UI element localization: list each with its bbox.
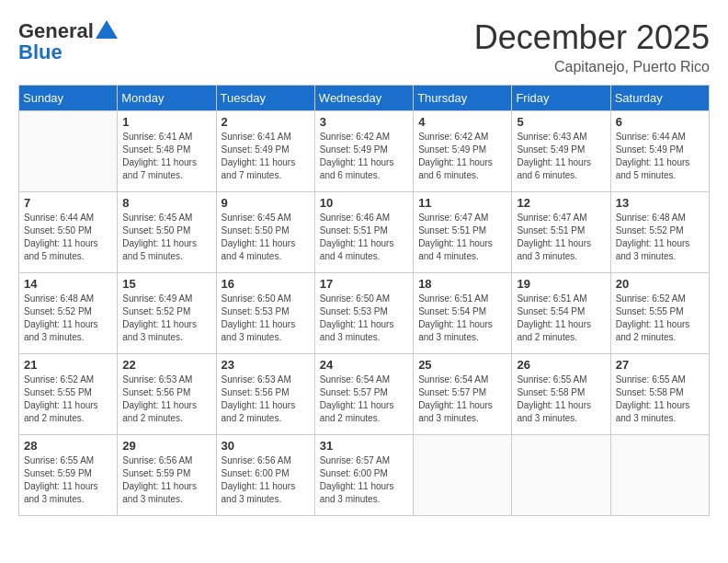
day-info: Sunrise: 6:47 AMSunset: 5:51 PMDaylight:…: [517, 212, 605, 263]
calendar-cell: 7Sunrise: 6:44 AMSunset: 5:50 PMDaylight…: [19, 192, 118, 273]
day-number: 30: [222, 439, 310, 453]
calendar-cell: 25Sunrise: 6:54 AMSunset: 5:57 PMDayligh…: [414, 354, 512, 435]
calendar-cell: 4Sunrise: 6:42 AMSunset: 5:49 PMDaylight…: [414, 111, 512, 192]
weekday-header-wednesday: Wednesday: [314, 86, 413, 111]
calendar-cell: [414, 435, 512, 516]
day-info: Sunrise: 6:42 AMSunset: 5:49 PMDaylight:…: [320, 131, 408, 182]
day-number: 11: [418, 196, 506, 210]
calendar-cell: 17Sunrise: 6:50 AMSunset: 5:53 PMDayligh…: [314, 273, 413, 354]
day-number: 21: [24, 358, 112, 372]
calendar-cell: 5Sunrise: 6:43 AMSunset: 5:49 PMDaylight…: [512, 111, 610, 192]
day-info: Sunrise: 6:56 AMSunset: 5:59 PMDaylight:…: [122, 454, 210, 506]
calendar-cell: 23Sunrise: 6:53 AMSunset: 5:56 PMDayligh…: [216, 354, 314, 435]
calendar-cell: 10Sunrise: 6:46 AMSunset: 5:51 PMDayligh…: [314, 192, 413, 273]
day-info: Sunrise: 6:42 AMSunset: 5:49 PMDaylight:…: [418, 131, 506, 182]
day-info: Sunrise: 6:41 AMSunset: 5:49 PMDaylight:…: [222, 131, 310, 182]
day-info: Sunrise: 6:45 AMSunset: 5:50 PMDaylight:…: [122, 212, 210, 263]
calendar-week-1: 1Sunrise: 6:41 AMSunset: 5:48 PMDaylight…: [19, 111, 710, 192]
day-info: Sunrise: 6:55 AMSunset: 5:59 PMDaylight:…: [24, 454, 112, 506]
day-number: 24: [320, 358, 408, 372]
calendar-cell: 3Sunrise: 6:42 AMSunset: 5:49 PMDaylight…: [314, 111, 413, 192]
weekday-header-monday: Monday: [118, 86, 216, 111]
calendar-cell: 9Sunrise: 6:45 AMSunset: 5:50 PMDaylight…: [216, 192, 314, 273]
calendar-cell: [19, 111, 118, 192]
month-title: December 2025: [474, 18, 710, 57]
day-info: Sunrise: 6:44 AMSunset: 5:49 PMDaylight:…: [616, 131, 704, 182]
weekday-header-thursday: Thursday: [414, 86, 512, 111]
day-number: 2: [222, 115, 310, 129]
day-info: Sunrise: 6:57 AMSunset: 6:00 PMDaylight:…: [320, 454, 408, 506]
day-number: 28: [24, 439, 112, 453]
day-info: Sunrise: 6:47 AMSunset: 5:51 PMDaylight:…: [418, 212, 506, 263]
day-info: Sunrise: 6:51 AMSunset: 5:54 PMDaylight:…: [418, 293, 506, 344]
calendar-header-row: SundayMondayTuesdayWednesdayThursdayFrid…: [19, 86, 710, 111]
calendar-cell: 29Sunrise: 6:56 AMSunset: 5:59 PMDayligh…: [118, 435, 216, 516]
calendar-cell: 11Sunrise: 6:47 AMSunset: 5:51 PMDayligh…: [414, 192, 512, 273]
calendar-week-3: 14Sunrise: 6:48 AMSunset: 5:52 PMDayligh…: [19, 273, 710, 354]
day-info: Sunrise: 6:55 AMSunset: 5:58 PMDaylight:…: [517, 373, 605, 425]
calendar-cell: 18Sunrise: 6:51 AMSunset: 5:54 PMDayligh…: [414, 273, 512, 354]
day-number: 5: [517, 115, 605, 129]
calendar-cell: 30Sunrise: 6:56 AMSunset: 6:00 PMDayligh…: [216, 435, 314, 516]
day-number: 19: [517, 277, 605, 291]
day-number: 16: [222, 277, 310, 291]
page-header: General Blue December 2025 Capitanejo, P…: [18, 18, 710, 75]
day-info: Sunrise: 6:43 AMSunset: 5:49 PMDaylight:…: [517, 131, 605, 182]
day-number: 10: [320, 196, 408, 210]
weekday-header-saturday: Saturday: [610, 86, 709, 111]
calendar-table: SundayMondayTuesdayWednesdayThursdayFrid…: [18, 85, 710, 516]
day-number: 15: [122, 277, 210, 291]
day-number: 17: [320, 277, 408, 291]
logo-text-blue: Blue: [18, 40, 119, 64]
calendar-week-2: 7Sunrise: 6:44 AMSunset: 5:50 PMDaylight…: [19, 192, 710, 273]
day-number: 31: [320, 439, 408, 453]
calendar-cell: 1Sunrise: 6:41 AMSunset: 5:48 PMDaylight…: [118, 111, 216, 192]
day-number: 25: [418, 358, 506, 372]
day-number: 13: [616, 196, 704, 210]
calendar-cell: 8Sunrise: 6:45 AMSunset: 5:50 PMDaylight…: [118, 192, 216, 273]
day-info: Sunrise: 6:48 AMSunset: 5:52 PMDaylight:…: [616, 212, 704, 263]
day-info: Sunrise: 6:45 AMSunset: 5:50 PMDaylight:…: [222, 212, 310, 263]
logo: General Blue: [18, 18, 119, 64]
calendar-cell: 26Sunrise: 6:55 AMSunset: 5:58 PMDayligh…: [512, 354, 610, 435]
day-number: 18: [418, 277, 506, 291]
day-info: Sunrise: 6:55 AMSunset: 5:58 PMDaylight:…: [616, 373, 704, 425]
day-info: Sunrise: 6:49 AMSunset: 5:52 PMDaylight:…: [122, 293, 210, 344]
day-info: Sunrise: 6:46 AMSunset: 5:51 PMDaylight:…: [320, 212, 408, 263]
calendar-week-5: 28Sunrise: 6:55 AMSunset: 5:59 PMDayligh…: [19, 435, 710, 516]
day-number: 22: [122, 358, 210, 372]
calendar-cell: [610, 435, 709, 516]
calendar-cell: 27Sunrise: 6:55 AMSunset: 5:58 PMDayligh…: [610, 354, 709, 435]
day-number: 12: [517, 196, 605, 210]
day-info: Sunrise: 6:50 AMSunset: 5:53 PMDaylight:…: [222, 293, 310, 344]
day-number: 23: [222, 358, 310, 372]
day-info: Sunrise: 6:44 AMSunset: 5:50 PMDaylight:…: [24, 212, 112, 263]
logo-text-general: General: [18, 19, 94, 42]
svg-marker-0: [96, 20, 118, 39]
day-info: Sunrise: 6:54 AMSunset: 5:57 PMDaylight:…: [320, 373, 408, 425]
calendar-cell: 12Sunrise: 6:47 AMSunset: 5:51 PMDayligh…: [512, 192, 610, 273]
day-info: Sunrise: 6:52 AMSunset: 5:55 PMDaylight:…: [616, 293, 704, 344]
day-info: Sunrise: 6:53 AMSunset: 5:56 PMDaylight:…: [222, 373, 310, 425]
calendar-cell: 6Sunrise: 6:44 AMSunset: 5:49 PMDaylight…: [610, 111, 709, 192]
weekday-header-sunday: Sunday: [19, 86, 118, 111]
day-number: 14: [24, 277, 112, 291]
calendar-cell: 16Sunrise: 6:50 AMSunset: 5:53 PMDayligh…: [216, 273, 314, 354]
day-number: 9: [222, 196, 310, 210]
day-number: 7: [24, 196, 112, 210]
calendar-cell: 13Sunrise: 6:48 AMSunset: 5:52 PMDayligh…: [610, 192, 709, 273]
day-info: Sunrise: 6:54 AMSunset: 5:57 PMDaylight:…: [418, 373, 506, 425]
day-info: Sunrise: 6:52 AMSunset: 5:55 PMDaylight:…: [24, 373, 112, 425]
day-number: 26: [517, 358, 605, 372]
calendar-cell: 14Sunrise: 6:48 AMSunset: 5:52 PMDayligh…: [19, 273, 118, 354]
calendar-cell: 22Sunrise: 6:53 AMSunset: 5:56 PMDayligh…: [118, 354, 216, 435]
day-number: 1: [122, 115, 210, 129]
day-info: Sunrise: 6:51 AMSunset: 5:54 PMDaylight:…: [517, 293, 605, 344]
calendar-cell: 2Sunrise: 6:41 AMSunset: 5:49 PMDaylight…: [216, 111, 314, 192]
day-info: Sunrise: 6:50 AMSunset: 5:53 PMDaylight:…: [320, 293, 408, 344]
calendar-cell: [512, 435, 610, 516]
weekday-header-tuesday: Tuesday: [216, 86, 314, 111]
calendar-cell: 28Sunrise: 6:55 AMSunset: 5:59 PMDayligh…: [19, 435, 118, 516]
day-number: 20: [616, 277, 704, 291]
calendar-cell: 20Sunrise: 6:52 AMSunset: 5:55 PMDayligh…: [610, 273, 709, 354]
